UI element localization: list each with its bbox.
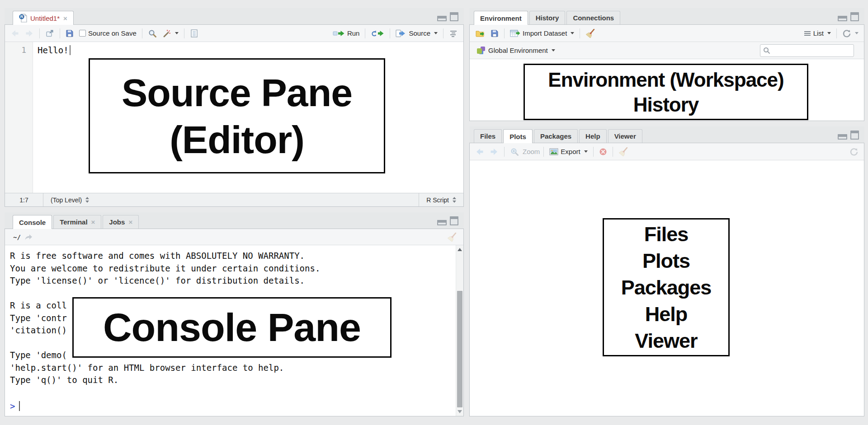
tab-label: Jobs [109, 218, 125, 226]
source-tabbar: R Untitled1* × [5, 8, 464, 25]
next-plot-button[interactable] [488, 146, 500, 157]
source-on-save-label: Source on Save [88, 29, 137, 37]
environment-selector-label: Global Environment [488, 47, 548, 54]
environment-search-input[interactable] [760, 44, 854, 57]
file-type-selector[interactable]: R Script [419, 193, 463, 206]
save-icon [66, 29, 74, 37]
save-button[interactable] [64, 28, 75, 38]
rerun-icon [371, 29, 384, 37]
annotation-line: Console Pane [103, 303, 361, 352]
tab-files[interactable]: Files [474, 129, 502, 143]
code-tools-button[interactable] [160, 28, 180, 39]
maximize-pane-icon[interactable] [450, 12, 458, 21]
annotation-line: Source Pane [122, 69, 352, 116]
broom-icon [618, 147, 628, 156]
run-label: Run [347, 29, 360, 37]
environment-pane-annotation: Environment (Workspace) History [524, 64, 808, 120]
console-pane-annotation: Console Pane [72, 297, 392, 358]
goto-directory-icon[interactable] [24, 234, 33, 240]
minimize-pane-icon[interactable] [437, 220, 447, 225]
tab-packages[interactable]: Packages [534, 129, 578, 143]
code-text: Hello! [38, 45, 69, 55]
back-button[interactable] [9, 28, 21, 39]
scrollbar-thumb[interactable] [457, 291, 462, 407]
outline-icon [449, 29, 458, 37]
annotation-line: History [633, 92, 699, 117]
tab-terminal[interactable]: Terminal × [53, 215, 101, 229]
back-arrow-icon [10, 29, 19, 38]
scope-selector[interactable]: (Top Level) [43, 193, 96, 206]
up-down-icon [85, 197, 89, 203]
zoom-plot-button[interactable] [508, 146, 521, 157]
minimize-pane-icon[interactable] [437, 16, 447, 21]
list-icon [804, 30, 811, 37]
maximize-pane-icon[interactable] [450, 216, 458, 225]
checkbox-icon [79, 30, 86, 37]
source-label: Source [409, 29, 430, 37]
clear-all-plots-button[interactable] [617, 146, 630, 157]
maximize-pane-icon[interactable] [850, 12, 859, 21]
close-icon[interactable]: × [91, 219, 95, 225]
view-mode-button[interactable]: List [802, 28, 833, 38]
forward-button[interactable] [23, 28, 36, 39]
remove-circle-icon [599, 148, 607, 156]
compile-report-button[interactable] [188, 28, 200, 39]
save-icon [491, 29, 499, 37]
console-caret [19, 401, 20, 411]
minimize-pane-icon[interactable] [838, 134, 847, 140]
chevron-down-icon [827, 32, 831, 34]
document-outline-button[interactable] [447, 28, 460, 38]
tab-plots[interactable]: Plots [503, 129, 533, 143]
refresh-icon [849, 147, 859, 156]
open-in-new-window-button[interactable] [43, 28, 56, 39]
tab-label: Viewer [614, 132, 636, 140]
up-down-icon [453, 197, 456, 203]
source-on-save-checkbox[interactable]: Source on Save [77, 28, 138, 38]
clear-console-button[interactable] [445, 232, 459, 243]
tab-untitled1[interactable]: R Untitled1* × [13, 11, 74, 25]
tab-jobs[interactable]: Jobs × [103, 215, 139, 229]
tab-history[interactable]: History [529, 11, 566, 24]
console-line: R is free software and comes with ABSOLU… [10, 251, 445, 263]
find-replace-button[interactable] [146, 28, 159, 39]
refresh-icon [842, 29, 851, 38]
annotation-line: Viewer [635, 327, 697, 354]
run-button[interactable]: Run [331, 28, 362, 38]
load-workspace-button[interactable] [473, 28, 487, 38]
refresh-plot-button[interactable] [848, 146, 860, 157]
tab-environment[interactable]: Environment [474, 11, 528, 25]
zoom-label: Zoom [523, 148, 540, 155]
list-label: List [813, 29, 824, 37]
source-button[interactable]: Source [394, 28, 439, 38]
pane-window-buttons [437, 11, 458, 21]
remove-plot-button[interactable] [597, 147, 609, 157]
tab-viewer[interactable]: Viewer [608, 129, 642, 143]
tab-label: Packages [540, 132, 571, 140]
import-dataset-button[interactable]: Import Dataset [508, 28, 576, 38]
export-plot-button[interactable]: Export [547, 147, 589, 156]
zoom-magnifier-icon [510, 147, 519, 156]
scroll-up-icon[interactable] [458, 248, 462, 251]
scroll-down-icon[interactable] [458, 410, 462, 413]
r-file-icon: R [19, 14, 27, 23]
close-icon[interactable]: × [128, 219, 132, 225]
close-icon[interactable]: × [63, 15, 67, 22]
save-workspace-button[interactable] [489, 28, 500, 38]
rerun-button[interactable] [369, 28, 386, 38]
tab-console[interactable]: Console [13, 215, 52, 229]
files-tabbar: Files Plots Packages Help Viewer [469, 126, 864, 143]
clear-workspace-button[interactable] [584, 28, 597, 39]
working-directory: ~/ [13, 234, 21, 241]
console-scrollbar[interactable] [456, 245, 463, 416]
previous-plot-button[interactable] [473, 146, 486, 157]
notebook-icon [190, 29, 198, 38]
minimize-pane-icon[interactable] [838, 16, 847, 21]
maximize-pane-icon[interactable] [850, 131, 859, 140]
tab-title: Untitled1* [30, 14, 60, 22]
tab-help[interactable]: Help [579, 129, 607, 143]
refresh-button[interactable] [840, 28, 860, 39]
annotation-line: Plots [642, 248, 690, 274]
export-label: Export [561, 148, 580, 155]
tab-connections[interactable]: Connections [566, 11, 620, 24]
environment-selector[interactable]: Global Environment [474, 45, 557, 56]
